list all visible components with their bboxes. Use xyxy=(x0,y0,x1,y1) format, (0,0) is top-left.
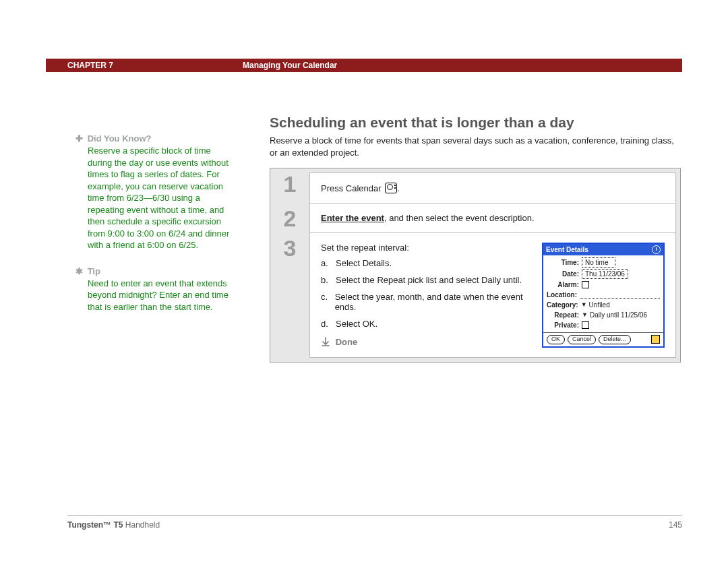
footer: Tungsten™ T5 Handheld 145 xyxy=(67,516,682,530)
done-label: Done xyxy=(336,337,358,347)
tip-block: ✱ Tip Need to enter an event that extend… xyxy=(73,266,235,313)
section-intro: Reserve a block of time for events that … xyxy=(270,135,681,158)
step-3-text: Set the repeat interval: a.Select Detail… xyxy=(321,243,528,347)
dyk-body: Reserve a specific block of time during … xyxy=(88,145,235,251)
step-3-row: 3 Set the repeat interval: a.Select Deta… xyxy=(270,232,680,362)
event-details-dialog: Event Details i Time: No time Date: Thu … xyxy=(542,243,665,348)
step-2-rest: , and then select the event description. xyxy=(384,213,535,223)
ok-button[interactable]: OK xyxy=(547,335,565,344)
step-3-title: Set the repeat interval: xyxy=(321,243,528,253)
step-3-a: a.Select Details. xyxy=(321,258,528,268)
private-checkbox[interactable] xyxy=(582,321,589,329)
repeat-value[interactable]: Daily until 11/25/06 xyxy=(590,311,647,319)
step-2-row: 2 Enter the event, and then select the e… xyxy=(270,203,680,232)
step-3-c: c.Select the year, month, and date when … xyxy=(321,292,528,312)
time-label: Time: xyxy=(547,258,582,267)
step-3-list: a.Select Details. b.Select the Repeat pi… xyxy=(321,258,528,329)
step-2-content: Enter the event, and then select the eve… xyxy=(309,203,676,232)
cancel-button[interactable]: Cancel xyxy=(568,335,596,344)
main-content: Scheduling an event that is longer than … xyxy=(270,115,681,363)
event-details-buttons: OK Cancel Delete... xyxy=(543,332,663,346)
header-title: Managing Your Calendar xyxy=(243,61,337,70)
dropdown-icon[interactable]: ▼ xyxy=(581,301,587,309)
private-label: Private: xyxy=(547,321,582,330)
info-icon[interactable]: i xyxy=(652,245,661,254)
step-number-1: 1 xyxy=(270,168,309,203)
step-3-content: Set the repeat interval: a.Select Detail… xyxy=(309,232,676,358)
step-1-row: 1 Press Calendar . xyxy=(270,168,680,203)
location-label: Location: xyxy=(547,290,580,299)
header-bar: CHAPTER 7 Managing Your Calendar xyxy=(46,59,682,72)
tip-heading: ✱ Tip xyxy=(73,266,235,276)
tip-label: Tip xyxy=(88,266,100,276)
note-icon[interactable] xyxy=(651,335,660,344)
step-number-2: 2 xyxy=(270,203,309,232)
enter-event-link[interactable]: Enter the event xyxy=(321,213,384,223)
dyk-heading: ✚ Did You Know? xyxy=(73,133,235,144)
alarm-label: Alarm: xyxy=(547,280,582,289)
category-value[interactable]: Unfiled xyxy=(589,301,610,309)
tip-body: Need to enter an event that extends beyo… xyxy=(88,278,235,313)
step-number-3: 3 xyxy=(270,232,309,362)
step-1-pre: Press Calendar xyxy=(321,183,384,193)
location-field[interactable] xyxy=(580,291,660,299)
step-3-b: b.Select the Repeat pick list and select… xyxy=(321,275,528,285)
did-you-know-block: ✚ Did You Know? Reserve a specific block… xyxy=(73,133,235,251)
step-1-content: Press Calendar . xyxy=(309,173,676,203)
calendar-icon xyxy=(385,183,397,193)
date-label: Date: xyxy=(547,270,582,278)
done-row: Done xyxy=(321,336,528,347)
category-label: Category: xyxy=(547,301,581,309)
date-value[interactable]: Thu 11/23/06 xyxy=(582,269,628,279)
event-details-titlebar: Event Details i xyxy=(543,244,663,255)
asterisk-icon: ✱ xyxy=(73,266,85,276)
repeat-label: Repeat: xyxy=(547,311,582,319)
dyk-label: Did You Know? xyxy=(88,133,152,144)
plus-icon: ✚ xyxy=(73,133,85,144)
time-value[interactable]: No time xyxy=(582,257,615,268)
page-number: 145 xyxy=(669,520,682,530)
event-details-body: Time: No time Date: Thu 11/23/06 Alarm: xyxy=(543,255,663,332)
chapter-label: CHAPTER 7 xyxy=(46,61,243,70)
steps-box: 1 Press Calendar . 2 Enter the event, an… xyxy=(270,168,681,363)
delete-button[interactable]: Delete... xyxy=(599,335,631,344)
event-details-title: Event Details xyxy=(546,245,588,254)
step-1-post: . xyxy=(397,183,400,193)
product-name: Tungsten™ T5 Handheld xyxy=(67,520,160,530)
down-arrow-icon xyxy=(321,337,330,348)
sidebar: ✚ Did You Know? Reserve a specific block… xyxy=(73,133,235,328)
section-heading: Scheduling an event that is longer than … xyxy=(270,115,681,131)
dropdown-icon[interactable]: ▼ xyxy=(582,311,588,319)
alarm-checkbox[interactable] xyxy=(582,281,589,288)
step-3-d: d.Select OK. xyxy=(321,319,528,329)
